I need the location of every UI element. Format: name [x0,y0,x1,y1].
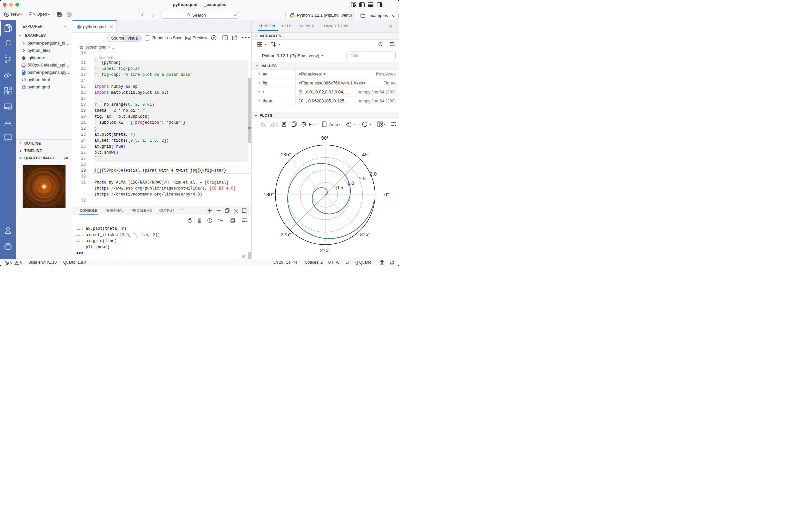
svg-text:0°: 0° [384,191,389,197]
svg-text:225°: 225° [281,231,291,237]
svg-text:45°: 45° [362,152,370,157]
svg-text:c: c [218,221,219,223]
svg-text:135°: 135° [281,152,291,157]
svg-text:180°: 180° [263,191,274,197]
svg-text:0.5: 0.5 [337,185,343,190]
svg-text:90°: 90° [321,135,329,141]
svg-text:1.0: 1.0 [347,180,355,186]
svg-text:270°: 270° [320,247,330,253]
svg-text:2.0: 2.0 [370,171,377,176]
svg-text:1.5: 1.5 [359,175,366,181]
svg-text:315°: 315° [360,231,370,237]
svg-text:ab: ab [218,218,221,220]
